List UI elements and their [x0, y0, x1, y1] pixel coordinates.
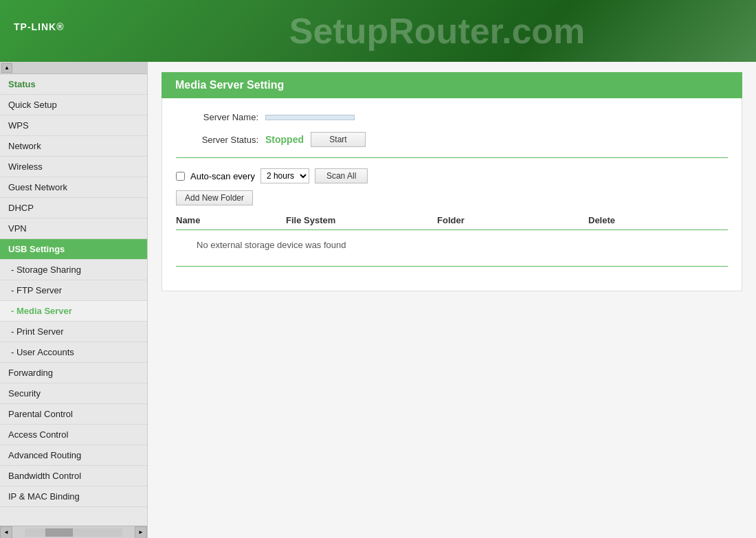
server-name-row: Server Name: [176, 112, 728, 122]
sidebar-item-user-accounts[interactable]: - User Accounts [0, 342, 147, 363]
col-delete: Delete [588, 215, 691, 225]
server-status-value: Stopped Start [265, 132, 366, 147]
scroll-left-button[interactable]: ◄ [0, 526, 12, 539]
sidebar-scrollbar[interactable]: ◄ ► [0, 526, 147, 538]
start-button[interactable]: Start [311, 132, 366, 147]
sidebar-item-usb-settings[interactable]: USB Settings [0, 239, 147, 260]
sidebar-scroll-top[interactable]: ▲ [0, 62, 147, 74]
watermark: SetupRouter.com [289, 10, 585, 52]
logo: TP-LINK® [14, 16, 65, 45]
divider-1 [176, 157, 728, 158]
sidebar-item-media-server[interactable]: - Media Server [0, 301, 147, 322]
col-name: Name [176, 215, 286, 225]
sidebar-item-parental-control[interactable]: Parental Control [0, 404, 147, 425]
content-panel: Server Name: Server Status: Stopped Star… [162, 98, 742, 291]
sidebar-item-storage-sharing[interactable]: - Storage Sharing [0, 260, 147, 280]
sidebar-item-wps[interactable]: WPS [0, 115, 147, 136]
sidebar-item-status[interactable]: Status [0, 74, 147, 95]
sidebar-item-ftp-server[interactable]: - FTP Server [0, 280, 147, 301]
sidebar-item-quick-setup[interactable]: Quick Setup [0, 95, 147, 115]
sidebar-item-print-server[interactable]: - Print Server [0, 322, 147, 342]
main-layout: ▲ Status Quick Setup WPS Network Wireles… [0, 62, 756, 538]
sidebar-item-bandwidth-control[interactable]: Bandwidth Control [0, 466, 147, 486]
sidebar-item-guest-network[interactable]: Guest Network [0, 177, 147, 198]
sidebar: ▲ Status Quick Setup WPS Network Wireles… [0, 62, 148, 538]
scan-all-button[interactable]: Scan All [315, 168, 368, 183]
scrollbar-track[interactable] [25, 528, 122, 537]
empty-message: No external storage device was found [176, 234, 728, 256]
server-status-label: Server Status: [176, 135, 265, 145]
autoscan-row: Auto-scan every 2 hours 4 hours 8 hours … [176, 168, 728, 183]
page-title: Media Server Setting [162, 72, 742, 98]
table-header: Name File System Folder Delete [176, 215, 728, 230]
server-name-input[interactable] [265, 115, 355, 120]
autoscan-label: Auto-scan every [190, 171, 255, 181]
sidebar-item-access-control[interactable]: Access Control [0, 425, 147, 445]
content-area: Media Server Setting Server Name: Server… [148, 62, 756, 538]
server-name-value [265, 115, 355, 120]
sidebar-item-dhcp[interactable]: DHCP [0, 198, 147, 218]
sidebar-item-security[interactable]: Security [0, 383, 147, 404]
col-filesystem: File System [286, 215, 437, 225]
logo-sup: ® [56, 21, 64, 32]
scroll-right-button[interactable]: ► [135, 526, 147, 539]
sidebar-item-ip-mac-binding[interactable]: IP & MAC Binding [0, 486, 147, 507]
server-status-row: Server Status: Stopped Start [176, 132, 728, 147]
divider-2 [176, 266, 728, 267]
header: TP-LINK® SetupRouter.com [0, 0, 756, 62]
sidebar-item-network[interactable]: Network [0, 136, 147, 157]
scroll-up-arrow[interactable]: ▲ [1, 63, 12, 73]
status-stopped-text: Stopped [265, 134, 304, 145]
server-name-label: Server Name: [176, 112, 265, 122]
add-new-folder-button[interactable]: Add New Folder [176, 190, 253, 205]
scrollbar-thumb[interactable] [45, 528, 73, 537]
sidebar-item-advanced-routing[interactable]: Advanced Routing [0, 445, 147, 466]
col-folder: Folder [437, 215, 588, 225]
sidebar-item-forwarding[interactable]: Forwarding [0, 363, 147, 383]
sidebar-item-vpn[interactable]: VPN [0, 218, 147, 239]
autoscan-select[interactable]: 2 hours 4 hours 8 hours [260, 168, 309, 183]
logo-text: TP-LINK [14, 21, 56, 32]
autoscan-checkbox[interactable] [176, 172, 185, 181]
sidebar-item-wireless[interactable]: Wireless [0, 157, 147, 177]
